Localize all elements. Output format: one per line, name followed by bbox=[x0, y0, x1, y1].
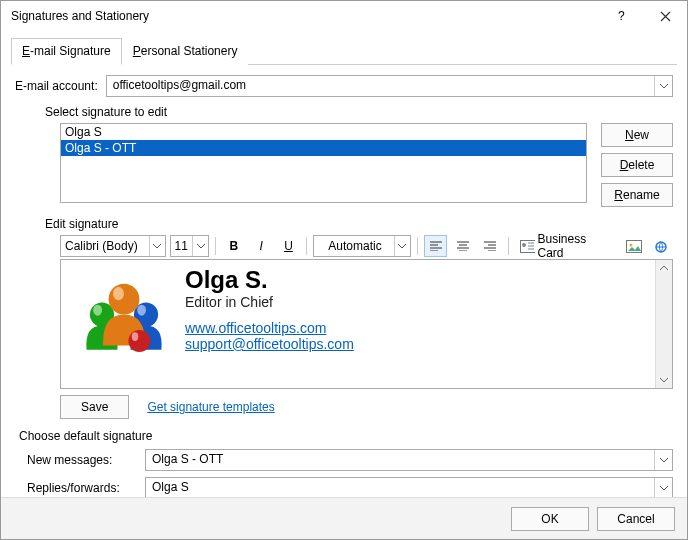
dialog-window: Signatures and Stationery ? E-mail Signa… bbox=[0, 0, 688, 540]
scroll-up-icon[interactable] bbox=[656, 260, 672, 276]
sig-url-link[interactable]: www.officetooltips.com bbox=[185, 320, 354, 336]
replies-forwards-label: Replies/forwards: bbox=[27, 481, 137, 495]
chevron-down-icon[interactable] bbox=[654, 478, 672, 498]
window-title: Signatures and Stationery bbox=[11, 9, 599, 23]
scroll-down-icon[interactable] bbox=[656, 372, 672, 388]
email-account-select[interactable]: officetooltips@gmail.com bbox=[106, 75, 673, 97]
svg-point-7 bbox=[93, 305, 102, 316]
underline-button[interactable]: U bbox=[277, 235, 300, 257]
svg-point-4 bbox=[629, 243, 632, 246]
list-item[interactable]: Olga S - OTT bbox=[61, 140, 586, 156]
cancel-button[interactable]: Cancel bbox=[597, 507, 675, 531]
titlebar: Signatures and Stationery ? bbox=[1, 1, 687, 31]
bold-icon: B bbox=[229, 239, 238, 253]
get-templates-link[interactable]: Get signature templates bbox=[147, 400, 274, 414]
editor-toolbar: Calibri (Body) 11 B I U Automatic Busine… bbox=[60, 235, 673, 257]
close-icon bbox=[660, 11, 671, 22]
signature-list[interactable]: Olga S Olga S - OTT bbox=[60, 123, 587, 203]
sig-email-link[interactable]: support@officetooltips.com bbox=[185, 336, 354, 352]
defaults-label: Choose default signature bbox=[19, 429, 673, 443]
help-button[interactable]: ? bbox=[599, 1, 643, 31]
svg-point-11 bbox=[113, 287, 124, 300]
svg-point-12 bbox=[128, 330, 150, 352]
font-family-select[interactable]: Calibri (Body) bbox=[60, 235, 166, 257]
business-card-icon bbox=[520, 240, 536, 253]
italic-icon: I bbox=[259, 239, 262, 253]
close-button[interactable] bbox=[643, 1, 687, 31]
save-button[interactable]: Save bbox=[60, 395, 129, 419]
chevron-down-icon[interactable] bbox=[654, 76, 672, 96]
editor-scrollbar[interactable] bbox=[655, 260, 672, 388]
align-right-icon bbox=[484, 241, 496, 251]
edit-signature-label: Edit signature bbox=[45, 217, 673, 231]
align-left-icon bbox=[430, 241, 442, 251]
chevron-down-icon bbox=[149, 236, 165, 256]
align-center-button[interactable] bbox=[451, 235, 474, 257]
tab-personal-stationery[interactable]: Personal Stationery bbox=[122, 38, 249, 65]
link-icon bbox=[653, 239, 669, 253]
new-messages-select[interactable]: Olga S - OTT bbox=[145, 449, 673, 471]
tab-bar: E-mail Signature Personal Stationery bbox=[11, 37, 677, 65]
chevron-down-icon bbox=[394, 236, 410, 256]
chevron-down-icon[interactable] bbox=[654, 450, 672, 470]
font-color-select[interactable]: Automatic bbox=[313, 235, 411, 257]
new-button[interactable]: New bbox=[601, 123, 673, 147]
new-messages-label: New messages: bbox=[27, 453, 137, 467]
align-left-button[interactable] bbox=[424, 235, 447, 257]
avatar-icon bbox=[69, 264, 179, 374]
replies-forwards-select[interactable]: Olga S bbox=[145, 477, 673, 499]
dialog-body: E-mail account: officetooltips@gmail.com… bbox=[1, 65, 687, 499]
business-card-button[interactable]: Business Card bbox=[515, 235, 618, 257]
select-signature-label: Select signature to edit bbox=[45, 105, 673, 119]
svg-point-13 bbox=[132, 332, 139, 341]
picture-icon bbox=[626, 240, 642, 253]
rename-button[interactable]: Rename bbox=[601, 183, 673, 207]
help-icon: ? bbox=[614, 9, 628, 23]
chevron-down-icon bbox=[192, 236, 208, 256]
tab-email-signature[interactable]: E-mail Signature bbox=[11, 38, 122, 65]
signature-editor[interactable]: Olga S. Editor in Chief www.officetoolti… bbox=[60, 259, 673, 389]
email-account-label: E-mail account: bbox=[15, 79, 98, 93]
list-item[interactable]: Olga S bbox=[61, 124, 586, 140]
align-right-button[interactable] bbox=[479, 235, 502, 257]
font-size-select[interactable]: 11 bbox=[170, 235, 210, 257]
sig-name: Olga S. bbox=[185, 266, 354, 294]
align-center-icon bbox=[457, 241, 469, 251]
bold-button[interactable]: B bbox=[222, 235, 245, 257]
svg-point-10 bbox=[109, 284, 140, 315]
svg-text:?: ? bbox=[618, 9, 625, 23]
insert-picture-button[interactable] bbox=[622, 235, 645, 257]
dialog-footer: OK Cancel bbox=[1, 497, 687, 539]
italic-button[interactable]: I bbox=[249, 235, 272, 257]
svg-point-9 bbox=[137, 305, 146, 316]
delete-button[interactable]: Delete bbox=[601, 153, 673, 177]
insert-hyperlink-button[interactable] bbox=[650, 235, 673, 257]
ok-button[interactable]: OK bbox=[511, 507, 589, 531]
underline-icon: U bbox=[284, 239, 293, 253]
sig-role: Editor in Chief bbox=[185, 294, 354, 310]
svg-point-2 bbox=[522, 243, 526, 247]
